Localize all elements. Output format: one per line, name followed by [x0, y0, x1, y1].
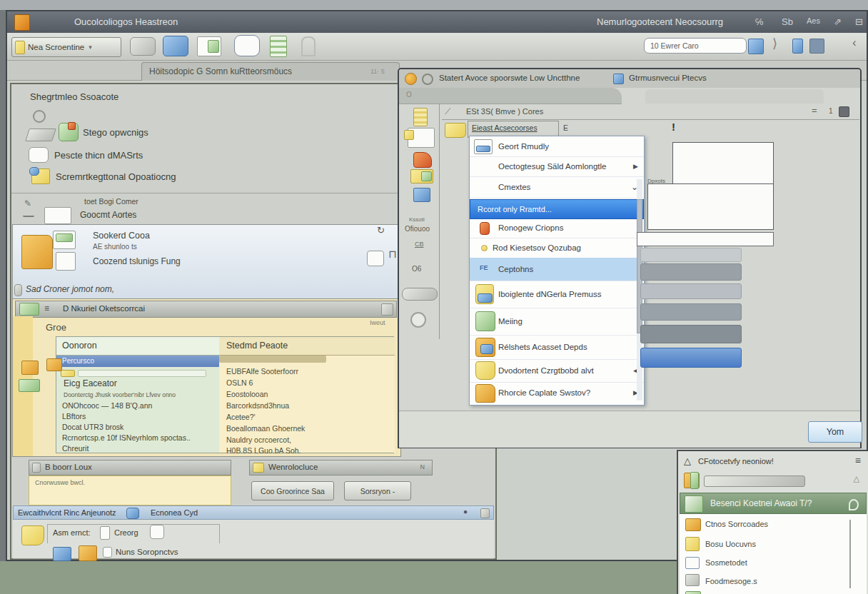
menu-item-6[interactable]: FE Ceptohns [470, 258, 644, 281]
status-icon-2[interactable]: Sb [782, 16, 793, 27]
side-panel-header: CFotocetvfy neoniow! [698, 457, 774, 465]
list-item-0[interactable]: Ctnos Sorrcoades [705, 520, 768, 528]
menu-item-4[interactable]: Ronogew Criopns [470, 218, 644, 238]
status-strip: Ewcaithvlcnt Rinc Anjeunotz Ecnonea Cyd … [13, 505, 494, 520]
table-right-header[interactable]: Stedmd Peaote [219, 337, 395, 356]
menu-item-3-selected[interactable]: Rcorot only Rramtd... [470, 199, 644, 219]
list-item-1[interactable]: Bosu Uocuvns [705, 540, 756, 548]
table-left-row-5[interactable]: Rcrnortcsp.e 10f ISNeyrhlom spoctas.. [62, 433, 191, 442]
mini-progress-chip [61, 370, 75, 377]
pin-icon[interactable] [849, 499, 859, 510]
printer-small-icon[interactable] [367, 251, 384, 266]
checkbox[interactable] [103, 547, 112, 558]
print-icon[interactable] [130, 37, 156, 56]
service-button[interactable]: Coo Groorince Saa [251, 481, 334, 500]
detail-bar-white [637, 232, 774, 246]
nav-item-3[interactable]: Scremrtkegttonal Opoatiocng [56, 171, 176, 182]
table-left-row-3[interactable]: LBftors [62, 412, 86, 421]
menu-item-10[interactable]: Dvodortent Czrgtbobd alvt ◀ [470, 359, 644, 383]
nav-sub-2[interactable]: Goocmt Aortes [80, 210, 136, 220]
overlay-menu-icon[interactable]: = [812, 105, 817, 116]
inbox-bar[interactable]: B boorr Loux [29, 460, 231, 475]
clip-icon[interactable]: ⊓ [388, 248, 397, 261]
open-button[interactable]: Yom [808, 421, 862, 443]
box-3d-icon [59, 123, 79, 141]
overlay-toolbar-rule [442, 119, 859, 120]
side-panel-group-header[interactable]: Besenci Koetnei Awaoi T/? [680, 493, 867, 514]
swoosh-icon[interactable]: ⟩ [772, 36, 777, 51]
new-item-button[interactable]: Nea Scroentine ▾ [11, 37, 121, 57]
refresh-icon[interactable]: ↻ [377, 225, 385, 236]
content-tab[interactable]: Höitsodopic G Somn kuRtteorsmöucs 11· 5 [141, 62, 400, 81]
collapse-chevron-icon[interactable]: ‹ [852, 36, 857, 50]
nav-divider [11, 193, 401, 193]
strip-chart-icon[interactable] [410, 169, 433, 183]
side-panel-app-icon[interactable] [684, 473, 700, 488]
overlay-dark-square-icon[interactable] [839, 106, 849, 117]
list-bar-4[interactable] [640, 303, 742, 321]
menu-item-5[interactable]: Rod Kiesetsov Qozubag [470, 238, 644, 258]
status-icon-4[interactable]: ⇗ [834, 16, 842, 27]
strip-red-icon[interactable] [413, 152, 432, 168]
status-square-icon[interactable] [480, 508, 490, 518]
preferences-bar[interactable]: Wenrolocluce N [249, 460, 433, 475]
status-icon-5[interactable]: ⊟ [855, 16, 863, 27]
session-button[interactable]: Sorsryon - [344, 481, 411, 500]
nav-item-2[interactable]: Pescte thicn dMASrts [54, 150, 143, 161]
nav-item-1[interactable]: Stego opwcnigs [83, 127, 148, 138]
side-panel-menu-icon[interactable]: ≡ [855, 455, 861, 466]
list-item-3[interactable]: Foodmesoge.s [705, 577, 757, 585]
list-bar-3[interactable] [640, 283, 742, 299]
table-left-row-1[interactable]: Doonterctg Jhusk voorber'nibr Lfvev onno [64, 391, 176, 398]
nav-sub-1[interactable]: toet Bogi Comer [84, 197, 138, 206]
account-field-value[interactable]: Creorg [114, 528, 138, 537]
flag-icon[interactable] [748, 39, 764, 54]
menu-item-9[interactable]: Rélshets Acasset Depds [470, 335, 644, 360]
groe-header-bar[interactable]: ≡ D Nkuriel Oketscorrcai [15, 301, 397, 318]
menu-item-8[interactable]: Meiing [470, 308, 644, 336]
groe-header-right-icon[interactable] [381, 303, 393, 316]
mail-icon[interactable] [163, 36, 188, 56]
table-left-row-2[interactable]: ONOhcooc — 148 B'Q.ann [62, 401, 152, 410]
group-header-icon [685, 495, 703, 513]
status-dot-icon[interactable]: ● [463, 508, 468, 515]
address-label[interactable]: Eieast Acsecoorses [472, 124, 538, 132]
chat-bubble-icon[interactable] [234, 35, 260, 56]
strip-blue-icon[interactable] [413, 188, 430, 202]
main-titlebar[interactable]: Oucolcoliogos Heastreon Nemurlogootecent… [7, 11, 867, 33]
strip-doc-icon[interactable] [413, 108, 428, 126]
table-left-header[interactable]: Oonoron [56, 337, 219, 356]
table-left-row-0[interactable]: Eicg Eaceator [64, 378, 117, 388]
list-scrollbar[interactable] [849, 520, 851, 588]
side-panel-warning-icon: △ [684, 455, 691, 466]
table-left-row-6[interactable]: Chreurit [62, 444, 89, 453]
strip-window-icon[interactable] [408, 128, 435, 148]
address-value[interactable]: E [563, 124, 568, 132]
overlay-titlebar[interactable]: Statert Avoce spoorswte Low Unctthne Gtr… [399, 69, 860, 88]
list-bar-5[interactable] [640, 325, 742, 343]
menu-item-11[interactable]: Rhorcie Caplate Swstov? ▶ [470, 382, 644, 403]
new-item-icon [15, 41, 25, 54]
blue-doc-icon[interactable] [792, 39, 803, 54]
list-bar-2[interactable] [640, 263, 742, 281]
status-icon-1[interactable]: ℅ [755, 16, 764, 27]
menu-item-2[interactable]: Cmextes ⌄ [470, 176, 644, 198]
account-search-icon[interactable] [150, 525, 164, 539]
table-selected-row[interactable]: Percursco [56, 356, 219, 367]
side-panel-upload-icon[interactable]: △ [854, 474, 859, 483]
list-bar-1[interactable] [640, 248, 742, 262]
table-left-row-4[interactable]: Docat UTR3 brosk [62, 423, 123, 431]
list-bar-selected[interactable] [640, 348, 742, 368]
menu-item-7[interactable]: Iboiglente dNGerla Premuss [470, 281, 644, 308]
list-item-2[interactable]: Sosmetodet [705, 558, 747, 567]
blue-panel-icon[interactable] [809, 39, 824, 54]
bell-icon[interactable] [301, 36, 316, 56]
status-icon-3[interactable]: Aes [807, 16, 820, 25]
menu-item-0[interactable]: Geort Rmudly [470, 136, 644, 157]
menu-item-1[interactable]: Oectogtesug Säld Aomlongtle ▶ [470, 156, 644, 177]
note-box[interactable]: Cnorwuswe bwcl. [29, 475, 231, 505]
list-icon[interactable] [270, 36, 287, 57]
overlay-tab[interactable]: O [399, 88, 622, 104]
search-input[interactable] [644, 38, 747, 54]
picture-icon[interactable] [197, 36, 221, 56]
